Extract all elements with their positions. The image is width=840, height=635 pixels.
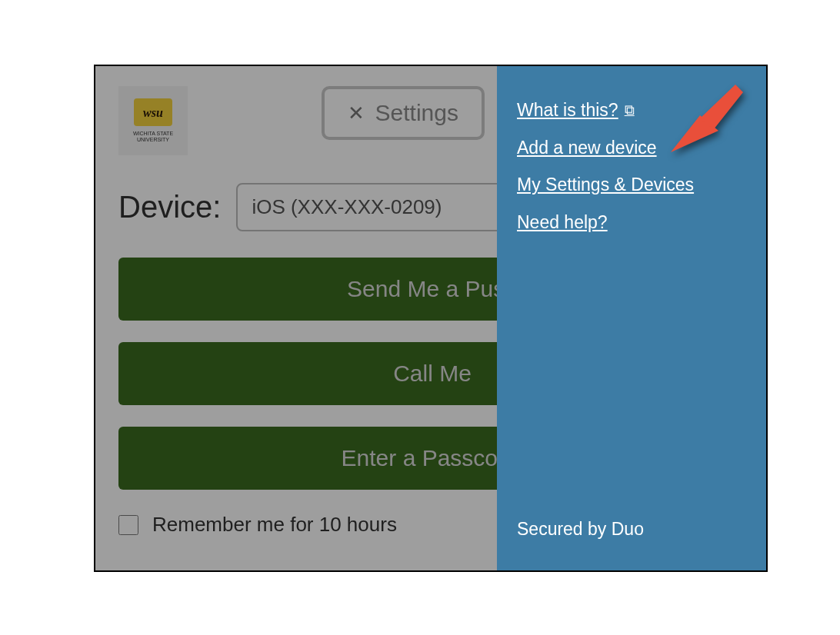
settings-button[interactable]: ✕ Settings — [322, 86, 485, 140]
device-label: Device: — [118, 190, 221, 224]
close-icon: ✕ — [348, 101, 365, 125]
external-link-icon: ⧉ — [625, 100, 635, 121]
logo-subtext: WICHITA STATE UNIVERSITY — [118, 131, 188, 142]
org-logo: wsu WICHITA STATE UNIVERSITY — [118, 86, 188, 155]
remember-me-label: Remember me for 10 hours — [152, 513, 397, 537]
remember-me-checkbox[interactable] — [118, 515, 138, 535]
my-settings-devices-link[interactable]: My Settings & Devices — [517, 171, 694, 198]
link-text: What is this? — [517, 97, 618, 124]
secured-by-duo: Secured by Duo — [517, 519, 644, 540]
logo-mark: wsu — [134, 98, 172, 126]
duo-prompt-frame: wsu WICHITA STATE UNIVERSITY ✕ Settings … — [94, 65, 768, 572]
settings-sidebar: What is this? ⧉ Add a new device My Sett… — [497, 66, 766, 570]
add-new-device-link[interactable]: Add a new device — [517, 135, 657, 161]
settings-label: Settings — [375, 100, 458, 126]
need-help-link[interactable]: Need help? — [517, 209, 608, 236]
what-is-this-link[interactable]: What is this? ⧉ — [517, 97, 635, 124]
